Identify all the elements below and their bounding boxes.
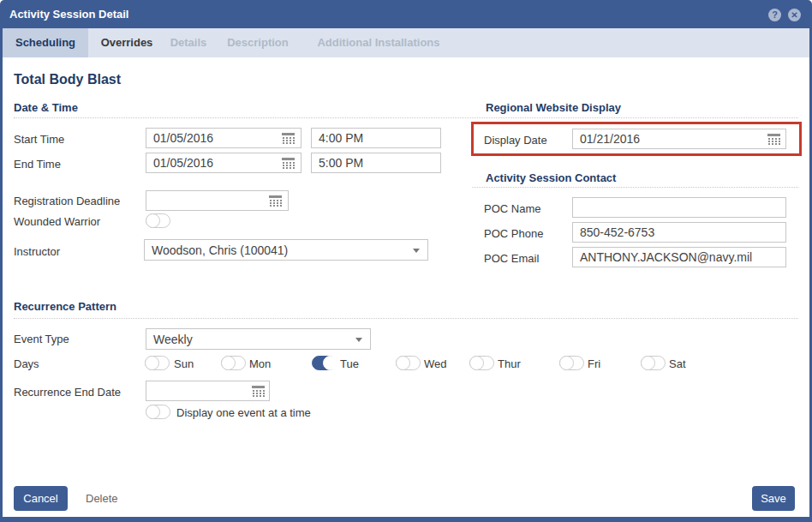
end-time-label: End Time (14, 158, 61, 171)
tab-overrides[interactable]: Overrides (93, 28, 160, 57)
one-event-label: Display one event at a time (176, 406, 311, 419)
day-label-fri: Fri (588, 357, 600, 370)
day-toggle-sat[interactable] (641, 356, 666, 370)
event-type-label: Event Type (14, 333, 69, 345)
display-date-value: 01/21/2016 (580, 132, 640, 146)
tab-additional-installations: Additional Installations (306, 28, 451, 57)
divider (14, 318, 798, 319)
tab-scheduling[interactable]: Scheduling (3, 28, 88, 57)
end-date-value: 01/05/2016 (153, 156, 213, 170)
dialog-title: Activity Session Detail (9, 0, 128, 28)
wounded-warrior-toggle[interactable] (146, 213, 170, 228)
event-type-value: Weekly (153, 333, 193, 346)
calendar-icon[interactable] (269, 195, 282, 206)
session-title: Total Body Blast (14, 72, 121, 87)
day-label-sun: Sun (174, 357, 194, 370)
section-recurrence: Recurrence Pattern (14, 300, 116, 313)
divider (472, 187, 798, 188)
poc-phone-label: POC Phone (484, 227, 543, 240)
poc-phone-value: 850-452-6753 (580, 225, 654, 239)
day-label-mon: Mon (249, 357, 271, 370)
poc-email-value: ANTHONY.JACKSON@navy.mil (580, 250, 752, 264)
registration-deadline-input[interactable] (146, 190, 289, 211)
poc-email-input[interactable]: ANTHONY.JACKSON@navy.mil (572, 247, 786, 267)
section-session-contact: Activity Session Contact (486, 171, 616, 184)
cancel-button[interactable]: Cancel (14, 486, 68, 511)
end-date-input[interactable]: 01/05/2016 (146, 153, 302, 173)
save-button[interactable]: Save (752, 486, 795, 511)
one-event-toggle[interactable] (146, 405, 170, 419)
instructor-value: Woodson, Chris (100041) (152, 243, 288, 257)
start-time-value: 4:00 PM (319, 131, 363, 145)
calendar-icon[interactable] (282, 158, 295, 168)
section-regional-display: Regional Website Display (486, 101, 621, 114)
help-icon[interactable]: ? (768, 9, 781, 21)
section-date-time: Date & Time (14, 101, 78, 114)
start-time-input[interactable]: 4:00 PM (311, 128, 441, 148)
tab-description: Description (218, 28, 297, 57)
poc-name-input[interactable] (572, 197, 786, 218)
instructor-label: Instructor (14, 245, 60, 258)
calendar-icon[interactable] (767, 134, 780, 144)
calendar-icon[interactable] (252, 386, 265, 396)
display-date-label: Display Date (484, 134, 547, 147)
day-toggle-sun[interactable] (145, 356, 170, 370)
poc-phone-input[interactable]: 850-452-6753 (572, 222, 786, 243)
day-label-sat: Sat (669, 357, 686, 370)
activity-session-dialog: Activity Session Detail ? ✕ Scheduling O… (0, 0, 812, 522)
recurrence-end-date-label: Recurrence End Date (14, 386, 121, 399)
start-date-value: 01/05/2016 (153, 131, 213, 145)
day-toggle-tue[interactable] (312, 356, 337, 370)
start-time-label: Start Time (14, 133, 64, 146)
wounded-warrior-label: Wounded Warrior (14, 215, 100, 228)
poc-name-label: POC Name (484, 202, 540, 215)
tab-details: Details (162, 28, 215, 57)
calendar-icon[interactable] (282, 133, 295, 143)
days-label: Days (14, 357, 39, 370)
day-label-tue: Tue (340, 357, 359, 370)
end-time-input[interactable]: 5:00 PM (311, 153, 441, 173)
day-toggle-wed[interactable] (396, 356, 421, 370)
chevron-down-icon (413, 249, 420, 253)
tab-strip: Scheduling Overrides Details Description… (3, 28, 809, 57)
divider (14, 117, 798, 118)
dialog-border (0, 28, 3, 522)
chevron-down-icon (355, 338, 362, 342)
display-date-input[interactable]: 01/21/2016 (572, 129, 786, 149)
start-date-input[interactable]: 01/05/2016 (146, 128, 302, 148)
dialog-border (0, 517, 812, 522)
instructor-select[interactable]: Woodson, Chris (100041) (144, 239, 428, 261)
day-toggle-fri[interactable] (559, 356, 584, 370)
day-label-thur: Thur (498, 357, 521, 370)
event-type-select[interactable]: Weekly (146, 328, 371, 350)
day-label-wed: Wed (424, 357, 447, 370)
day-toggle-mon[interactable] (221, 356, 246, 370)
close-icon[interactable]: ✕ (788, 9, 801, 21)
poc-email-label: POC Email (484, 252, 539, 265)
registration-deadline-label: Registration Deadline (14, 195, 120, 207)
end-time-value: 5:00 PM (319, 156, 363, 170)
day-toggle-thur[interactable] (469, 356, 494, 370)
dialog-titlebar: Activity Session Detail ? ✕ (0, 0, 812, 28)
delete-button[interactable]: Delete (86, 492, 118, 505)
